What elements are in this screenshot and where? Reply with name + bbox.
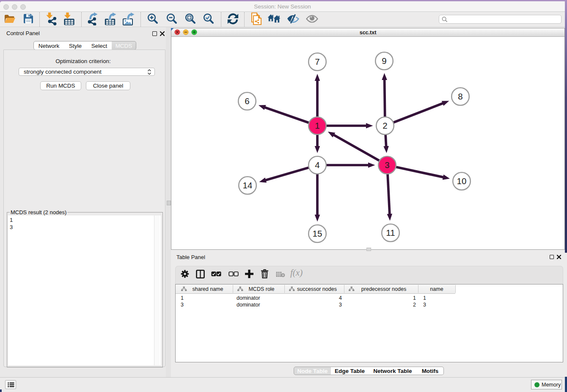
svg-text:15: 15 (313, 229, 322, 238)
svg-text:11: 11 (386, 228, 395, 237)
svg-text:name: name (430, 286, 443, 292)
svg-text:predecessor nodes: predecessor nodes (361, 286, 406, 292)
svg-text:1: 1 (315, 121, 319, 130)
svg-text:9: 9 (382, 56, 386, 66)
svg-text:4: 4 (315, 160, 319, 170)
svg-text:2: 2 (383, 121, 387, 130)
svg-text:shared name: shared name (193, 286, 223, 292)
svg-text:6: 6 (245, 96, 249, 106)
svg-text:3: 3 (385, 160, 389, 170)
svg-text:8: 8 (458, 91, 462, 101)
svg-text:MCDS role: MCDS role (248, 286, 274, 292)
svg-text:successor nodes: successor nodes (297, 286, 337, 292)
svg-text:10: 10 (457, 176, 467, 186)
svg-text:14: 14 (243, 180, 253, 190)
svg-text:7: 7 (315, 57, 319, 66)
